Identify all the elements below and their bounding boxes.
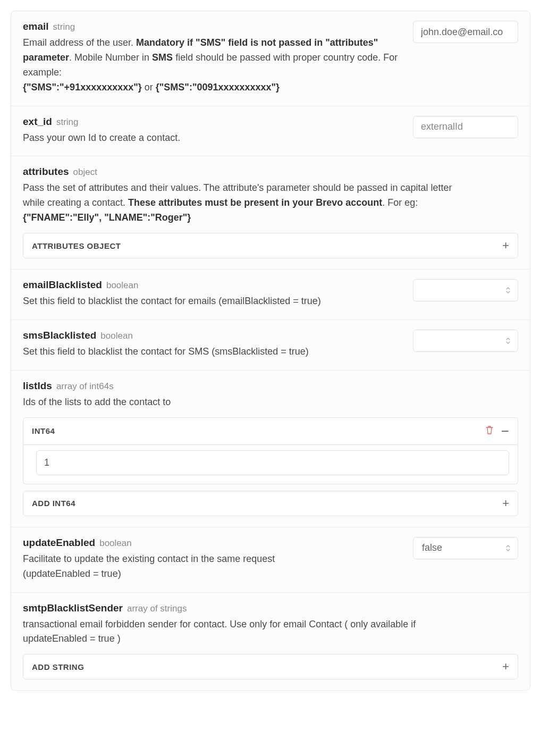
minus-icon[interactable]: − (501, 424, 509, 438)
param-name: listIds (23, 380, 52, 392)
add-int64-button[interactable]: ADD INT64 + (23, 491, 518, 516)
param-type: string (56, 117, 79, 128)
ext-id-input[interactable] (413, 116, 518, 138)
params-panel: email string Email address of the user. … (11, 11, 530, 691)
select-value: false (422, 542, 442, 553)
email-blacklisted-select[interactable] (413, 279, 518, 301)
param-email: email string Email address of the user. … (11, 11, 530, 106)
param-attributes: attributes object Pass the set of attrib… (11, 156, 530, 270)
param-sms-blacklisted: smsBlacklisted boolean Set this field to… (11, 320, 530, 371)
chevron-updown-icon (505, 337, 511, 345)
int64-item-body (23, 445, 518, 484)
int64-item-header[interactable]: INT64 − (23, 417, 518, 445)
param-name: emailBlacklisted (23, 279, 102, 291)
param-description: transactional email forbidden sender for… (23, 617, 459, 647)
add-string-button[interactable]: ADD STRING + (23, 654, 518, 679)
param-description: Pass the set of attributes and their val… (23, 181, 459, 225)
param-description: Set this field to blacklist the contact … (23, 294, 404, 309)
param-description: Facilitate to update the existing contac… (23, 552, 342, 582)
param-description: Email address of the user. Mandatory if … (23, 36, 404, 95)
param-description: Ids of the lists to add the contact to (23, 395, 459, 410)
trash-icon[interactable] (485, 425, 494, 437)
param-name: smtpBlacklistSender (23, 602, 123, 614)
param-list-ids: listIds array of int64s Ids of the lists… (11, 371, 530, 527)
attributes-object-expander[interactable]: ATTRIBUTES OBJECT + (23, 233, 518, 258)
param-description: Pass your own Id to create a contact. (23, 131, 404, 146)
expander-label: ADD INT64 (32, 499, 75, 508)
plus-icon[interactable]: + (502, 498, 509, 509)
param-type: string (53, 22, 75, 32)
expander-label: ATTRIBUTES OBJECT (32, 241, 121, 250)
param-type: boolean (100, 331, 133, 341)
plus-icon[interactable]: + (502, 240, 509, 251)
sms-blacklisted-select[interactable] (413, 330, 518, 352)
update-enabled-select[interactable]: false (413, 537, 518, 559)
param-type: array of strings (127, 603, 187, 614)
param-email-blacklisted: emailBlacklisted boolean Set this field … (11, 270, 530, 320)
param-type: array of int64s (56, 381, 114, 392)
param-name: smsBlacklisted (23, 330, 96, 341)
expander-label: ADD STRING (32, 662, 84, 671)
param-type: boolean (99, 538, 132, 549)
param-smtp-blacklist-sender: smtpBlacklistSender array of strings tra… (11, 593, 530, 691)
param-update-enabled: updateEnabled boolean Facilitate to upda… (11, 527, 530, 593)
param-name: email (23, 21, 49, 32)
param-type: boolean (106, 280, 139, 291)
int64-value-input[interactable] (36, 450, 509, 475)
expander-label: INT64 (32, 426, 55, 435)
param-name: ext_id (23, 116, 52, 128)
plus-icon[interactable]: + (502, 661, 509, 673)
chevron-updown-icon (505, 286, 511, 295)
email-input[interactable] (413, 21, 518, 43)
param-name: attributes (23, 166, 69, 178)
param-ext-id: ext_id string Pass your own Id to create… (11, 106, 530, 157)
chevron-updown-icon (505, 544, 511, 552)
param-type: object (73, 167, 97, 178)
param-description: Set this field to blacklist the contact … (23, 345, 404, 359)
param-name: updateEnabled (23, 537, 95, 549)
